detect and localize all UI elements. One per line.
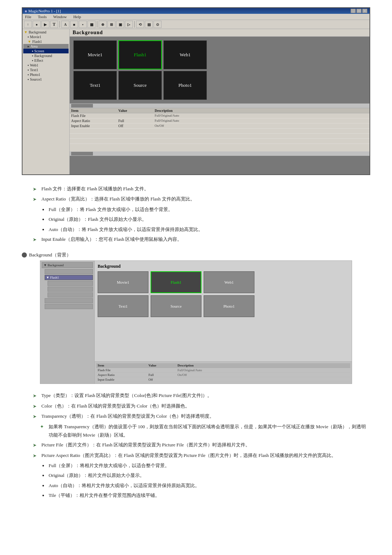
bg-sidebar-row-2 — [45, 269, 93, 274]
bg-p-val-1 — [148, 368, 177, 372]
content-text-b7: Full（全屏）：将相片文件放大或缩小，以适合整个背景。 — [49, 461, 170, 470]
bg-grid: Movie1 Flash1 Web1 Text1 Source Photo1 — [98, 271, 349, 317]
app-icon: ■ — [25, 9, 27, 13]
bg-p-item-1: Flash File — [98, 368, 148, 372]
arrow-icon-3: ➤ — [33, 235, 39, 244]
titlebar-left: ■ MagicNetPro 1 - [1] — [25, 9, 61, 13]
bg-p-val-3: Off — [148, 378, 177, 381]
toolbar-btn-6[interactable]: ■ — [70, 21, 78, 28]
item-icon: ▪ — [28, 63, 29, 67]
menu-help[interactable]: Help — [72, 14, 82, 19]
content-text-2: Aspect Ratio（宽高比）：选择在 Flash 区域中播放的 Flash… — [41, 195, 195, 203]
content-line-2: ➤ Aspect Ratio（宽高比）：选择在 Flash 区域中播放的 Fla… — [22, 195, 370, 203]
sidebar-item-background[interactable]: ▪ Background — [23, 53, 69, 58]
prop-desc-0: Full/Original/Auto — [155, 114, 368, 118]
toolbar-btn-2[interactable]: ● — [33, 21, 41, 28]
bg-ph-desc: Description — [177, 364, 349, 367]
close-button[interactable]: × — [362, 9, 367, 13]
bg-prop-header: Item Value Description — [96, 363, 350, 368]
item-icon: ▪ — [32, 49, 33, 53]
canvas-cell-flash1[interactable]: Flash1 — [118, 40, 162, 69]
dot-icon-b4: ● — [40, 492, 46, 499]
menu-window[interactable]: Window — [52, 14, 68, 19]
toolbar-btn-14[interactable]: ▤ — [145, 21, 153, 28]
sidebar-item-text1[interactable]: ▪ Text1 — [23, 68, 69, 72]
section1-content: ➤ Flash 文件：选择要在 Flash 区域播放的 Flash 文件。 ➤ … — [22, 182, 370, 248]
sidebar-item-bg-root[interactable]: ▼ Background — [23, 30, 69, 35]
prop-header: Item Value Description — [70, 108, 369, 113]
sidebar-label: Background — [34, 54, 52, 58]
prop-row-1: Aspect Ratio Full Full/Original/Auto — [70, 118, 369, 123]
sidebar-label: Effect — [34, 58, 43, 62]
arrow-icon-1: ➤ — [33, 185, 39, 193]
folder-icon: ▼ — [28, 40, 31, 44]
sidebar-item-photo1[interactable]: ▪ Photo1 — [23, 72, 69, 77]
prop-value-1: Full — [118, 119, 155, 123]
prop-row-2: Input Enable Off On/Off — [70, 123, 369, 129]
toolbar-btn-11[interactable]: ▣ — [116, 21, 124, 28]
window-title: MagicNetPro 1 - [1] — [28, 9, 61, 13]
item-icon: ▪ — [28, 77, 29, 81]
canvas-cell-web1[interactable]: Web1 — [163, 40, 207, 69]
toolbar-btn-13[interactable]: ⟲ — [136, 21, 144, 28]
canvas-cell-text1[interactable]: Text1 — [73, 71, 117, 100]
toolbar-btn-1[interactable]: ↑ — [24, 21, 32, 28]
h-scrollbar[interactable] — [70, 104, 369, 108]
prop-value-2: Off — [118, 124, 155, 128]
item-icon: ▸ — [28, 44, 29, 48]
toolbar-btn-3[interactable]: ▶ — [41, 21, 49, 28]
minimize-button[interactable]: _ — [351, 9, 356, 13]
bg-sidebar-row-8 — [45, 304, 93, 309]
toolbar-btn-7[interactable]: ▪ — [79, 21, 87, 28]
toolbar-btn-4[interactable]: T — [50, 21, 58, 28]
arrow-icon-b2: ➤ — [33, 402, 39, 410]
bg-ph-value: Value — [148, 364, 177, 367]
canvas-cell-movie1[interactable]: Movie1 — [73, 40, 117, 69]
prop-desc-1: Full/Original/Auto — [155, 119, 368, 123]
maximize-button[interactable]: □ — [356, 9, 362, 13]
content-text-b5: Picture File（图片文件）：在 Flash 区域的背景类型设置为 Pi… — [41, 441, 250, 449]
sidebar-item-effect[interactable]: ▪ Effect — [23, 58, 69, 63]
bg-p-desc-1: Full/Original/Auto — [177, 368, 349, 372]
content-text-b10: Tile（平铺）：相片文件在整个背景范围内连续平铺。 — [49, 491, 160, 499]
content-text-b3: Transparency（透明）：在 Flash 区域的背景类型设置为 Colo… — [41, 412, 214, 420]
v-scrollbar-bottom[interactable] — [70, 151, 369, 156]
toolbar-btn-10[interactable]: ⊞ — [107, 21, 115, 28]
folder-icon: ▼ — [24, 30, 28, 34]
sidebar-item-screen[interactable]: ▪ Screen — [23, 49, 69, 53]
prop-item-1: Aspect Ratio — [71, 119, 118, 123]
sidebar: ▼ Background ▪ Movie1 ▼ Flash1 ▸ Area ▪ … — [23, 29, 70, 174]
content-line-b7: ● Full（全屏）：将相片文件放大或缩小，以适合整个背景。 — [22, 461, 370, 470]
toolbar-btn-8[interactable]: ▦ — [87, 21, 95, 28]
menu-file[interactable]: File — [24, 14, 32, 19]
prop-row-0: Flash File Full/Original/Auto — [70, 113, 369, 118]
sidebar-item-flash1[interactable]: ▼ Flash1 — [23, 39, 69, 44]
toolbar-btn-5[interactable]: A — [61, 21, 69, 28]
sidebar-label: Text1 — [30, 68, 38, 72]
content-line-b8: ● Original（原始）：相片文件以原始大小显示。 — [22, 471, 370, 479]
sidebar-label: Area — [30, 44, 37, 48]
v-scroll-thumb[interactable] — [71, 152, 93, 155]
sidebar-label: Web1 — [30, 63, 38, 67]
toolbar-btn-12[interactable]: ▷ — [125, 21, 133, 28]
item-icon: ▪ — [28, 68, 29, 72]
sidebar-label: Photo1 — [30, 73, 40, 77]
sidebar-item-flash1-area[interactable]: ▸ Area — [23, 44, 69, 49]
sidebar-item-web1[interactable]: ▪ Web1 — [23, 63, 69, 68]
sidebar-item-source1[interactable]: ▪ Source1 — [23, 77, 69, 82]
canvas-cell-source[interactable]: Source — [118, 71, 162, 100]
window-controls[interactable]: _ □ × — [351, 9, 367, 13]
toolbar-btn-15[interactable]: ⊙ — [154, 21, 162, 28]
item-icon: ▪ — [28, 73, 29, 77]
section2-title: Background（背景） — [29, 252, 71, 258]
dot-icon-2: ● — [40, 216, 46, 223]
sidebar-item-movie1[interactable]: ▪ Movie1 — [23, 35, 69, 39]
h-scroll-thumb[interactable] — [71, 104, 93, 108]
content-text-b1: Type（类型）：设置 Flash 区域的背景类型（Color[色]和 Pict… — [41, 391, 212, 400]
arrow-icon-b3: ➤ — [33, 412, 39, 421]
bg-illustration: ▼ Background ▼ Flash1 Background Movie1 … — [40, 260, 352, 384]
canvas-cell-photo1[interactable]: Photo1 — [163, 71, 207, 100]
menu-tools[interactable]: Tools — [37, 14, 48, 19]
toolbar-btn-9[interactable]: ⊕ — [99, 21, 107, 28]
item-icon: ▪ — [32, 54, 33, 58]
